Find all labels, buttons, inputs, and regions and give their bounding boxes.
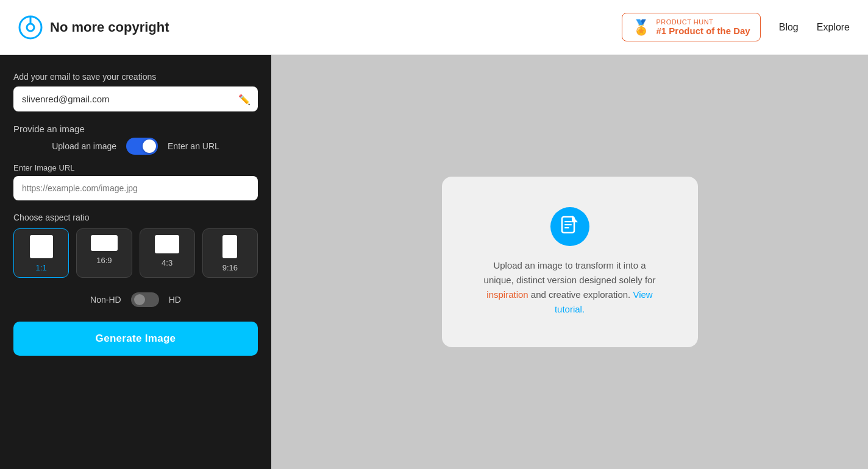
hd-row: Non-HD HD bbox=[13, 292, 258, 307]
aspect-options: 1:1 16:9 4:3 9:16 bbox=[13, 228, 258, 278]
email-input-wrapper: ✏️ bbox=[13, 86, 258, 111]
hd-toggle[interactable] bbox=[131, 292, 159, 307]
view-tutorial-link[interactable]: View tutorial. bbox=[555, 289, 653, 314]
aspect-label-1-1: 1:1 bbox=[36, 263, 47, 272]
ph-text: PRODUCT HUNT #1 Product of the Day bbox=[656, 18, 750, 36]
non-hd-label: Non-HD bbox=[90, 295, 121, 305]
svg-point-1 bbox=[27, 24, 34, 31]
medal-icon: 🏅 bbox=[632, 19, 650, 36]
logo-icon bbox=[18, 15, 43, 40]
aspect-ratio-section: Choose aspect ratio 1:1 16:9 4:3 bbox=[13, 213, 258, 278]
toggle-row: Upload an image Enter an URL bbox=[13, 138, 258, 155]
aspect-label-9-16: 9:16 bbox=[222, 263, 238, 272]
toggle-right-label: Enter an URL bbox=[168, 141, 219, 151]
logo-text: No more copyright bbox=[50, 19, 169, 35]
header: No more copyright 🏅 PRODUCT HUNT #1 Prod… bbox=[0, 0, 868, 55]
aspect-preview-4-3 bbox=[155, 235, 179, 253]
toggle-thumb bbox=[143, 139, 156, 153]
ph-label: PRODUCT HUNT bbox=[656, 18, 750, 26]
aspect-label-16-9: 16:9 bbox=[96, 256, 112, 265]
provide-image-label: Provide an image bbox=[13, 124, 258, 134]
provide-image-section: Provide an image Upload an image Enter a… bbox=[13, 124, 258, 200]
upload-placeholder: Upload an image to transform it into a u… bbox=[442, 177, 698, 347]
toggle-left-label: Upload an image bbox=[52, 141, 116, 151]
aspect-preview-16-9 bbox=[91, 235, 118, 251]
aspect-preview-1-1 bbox=[30, 235, 53, 258]
edit-icon[interactable]: ✏️ bbox=[238, 93, 251, 105]
hd-toggle-thumb bbox=[134, 294, 145, 305]
aspect-9-16[interactable]: 9:16 bbox=[202, 228, 258, 278]
nav-explore[interactable]: Explore bbox=[817, 22, 850, 33]
content-area: Upload an image to transform it into a u… bbox=[271, 55, 868, 469]
header-right: 🏅 PRODUCT HUNT #1 Product of the Day Blo… bbox=[622, 13, 850, 41]
document-icon bbox=[561, 216, 579, 238]
aspect-label-4-3: 4:3 bbox=[162, 258, 173, 267]
product-hunt-badge: 🏅 PRODUCT HUNT #1 Product of the Day bbox=[622, 13, 761, 41]
aspect-1-1[interactable]: 1:1 bbox=[13, 228, 69, 278]
url-input[interactable] bbox=[13, 176, 258, 200]
generate-button[interactable]: Generate Image bbox=[13, 322, 258, 356]
email-section: Add your email to save your creations ✏️ bbox=[13, 72, 258, 111]
image-url-toggle[interactable] bbox=[126, 138, 158, 155]
logo: No more copyright bbox=[18, 15, 169, 40]
email-label: Add your email to save your creations bbox=[13, 72, 258, 82]
ph-rank: #1 Product of the Day bbox=[656, 26, 750, 36]
aspect-ratio-label: Choose aspect ratio bbox=[13, 213, 258, 222]
url-label: Enter Image URL bbox=[13, 163, 258, 172]
nav-blog[interactable]: Blog bbox=[779, 22, 799, 33]
sidebar: Add your email to save your creations ✏️… bbox=[0, 55, 271, 469]
placeholder-text: Upload an image to transform it into a u… bbox=[478, 258, 661, 317]
aspect-16-9[interactable]: 16:9 bbox=[76, 228, 132, 278]
aspect-4-3[interactable]: 4:3 bbox=[140, 228, 195, 278]
upload-icon-circle bbox=[550, 207, 589, 246]
highlight-text: inspiration bbox=[486, 289, 528, 300]
aspect-preview-9-16 bbox=[222, 235, 237, 258]
email-input[interactable] bbox=[13, 86, 258, 111]
main-layout: Add your email to save your creations ✏️… bbox=[0, 55, 868, 469]
hd-label: HD bbox=[169, 295, 181, 305]
